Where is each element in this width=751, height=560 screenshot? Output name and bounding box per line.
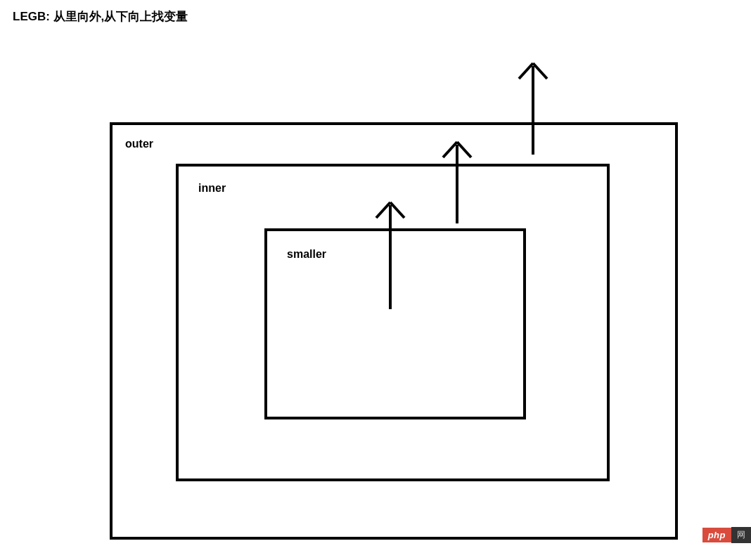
outer-label: outer xyxy=(125,138,153,150)
scope-smaller-box: smaller xyxy=(264,228,526,419)
svg-line-8 xyxy=(533,63,547,79)
svg-line-7 xyxy=(519,63,533,79)
watermark: php 网 xyxy=(702,527,751,543)
watermark-php: php xyxy=(702,528,731,542)
smaller-label: smaller xyxy=(287,248,326,261)
diagram-title: LEGB: 从里向外,从下向上找变量 xyxy=(13,8,188,25)
inner-label: inner xyxy=(198,182,226,195)
watermark-cn: 网 xyxy=(731,527,751,543)
